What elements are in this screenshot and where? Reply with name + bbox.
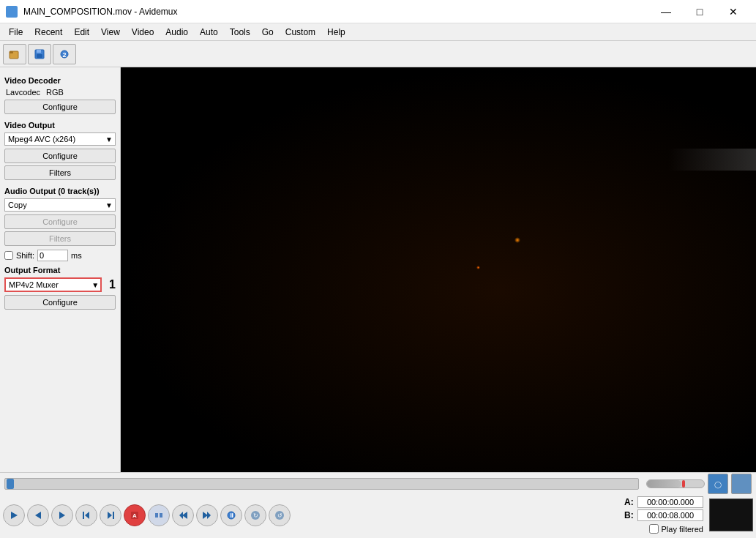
menu-tools[interactable]: Tools bbox=[224, 23, 256, 41]
toolbar-open-button[interactable] bbox=[3, 44, 26, 64]
play-filtered-row: Play filtered bbox=[649, 524, 703, 534]
shift-checkbox[interactable] bbox=[4, 251, 13, 260]
svg-marker-24 bbox=[207, 512, 211, 519]
volume-fill bbox=[647, 480, 681, 487]
audio-filters-button[interactable]: Filters bbox=[4, 231, 116, 246]
svg-marker-13 bbox=[85, 512, 89, 519]
svg-rect-9 bbox=[738, 480, 745, 487]
video-scene bbox=[121, 67, 756, 472]
prev-key-button[interactable]: ↺ bbox=[269, 504, 291, 526]
menu-audio[interactable]: Audio bbox=[160, 23, 194, 41]
forward-button[interactable] bbox=[196, 504, 218, 526]
timeline-thumb[interactable] bbox=[7, 479, 14, 489]
toolbar: 2 bbox=[0, 41, 756, 67]
window-title: MAIN_COMPOSITION.mov - Avidemux bbox=[23, 7, 178, 17]
play-filtered-checkbox[interactable] bbox=[649, 524, 659, 534]
video-light-1 bbox=[514, 237, 520, 243]
svg-rect-16 bbox=[113, 512, 114, 519]
svg-rect-1 bbox=[10, 51, 13, 53]
shift-input[interactable] bbox=[37, 250, 68, 261]
svg-rect-4 bbox=[37, 54, 42, 58]
title-bar: MAIN_COMPOSITION.mov - Avidemux — □ ✕ bbox=[0, 0, 756, 23]
mark-a-button[interactable]: A bbox=[124, 504, 146, 526]
mark-b-button[interactable]: ⏸ bbox=[220, 504, 242, 526]
timeline-track[interactable] bbox=[4, 478, 639, 490]
next-key-button[interactable]: ↻ bbox=[244, 504, 266, 526]
svg-rect-19 bbox=[155, 513, 158, 518]
nav-icon-2[interactable] bbox=[731, 474, 752, 494]
maximize-button[interactable]: □ bbox=[683, 0, 716, 23]
output-configure-button[interactable]: Configure bbox=[4, 295, 116, 310]
video-output-title: Video Output bbox=[4, 121, 116, 130]
svg-marker-21 bbox=[182, 512, 187, 519]
menu-view[interactable]: View bbox=[95, 23, 126, 41]
audio-output-select[interactable]: Copy AAC MP3 AC3 No Audio bbox=[4, 198, 116, 212]
title-bar-left: MAIN_COMPOSITION.mov - Avidemux bbox=[6, 6, 178, 18]
codec-row: Lavcodec RGB bbox=[4, 88, 116, 97]
play-filtered-label: Play filtered bbox=[662, 525, 703, 534]
svg-text:◯: ◯ bbox=[714, 481, 722, 489]
svg-text:A: A bbox=[132, 512, 137, 519]
toolbar-config-button[interactable]: 2 bbox=[53, 44, 76, 64]
play-button[interactable] bbox=[3, 504, 25, 526]
video-output-select-wrapper: Mpeg4 AVC (x264) Copy HEVC (x265) MPEG-2… bbox=[4, 132, 116, 146]
video-filters-button[interactable]: Filters bbox=[4, 165, 116, 180]
toolbar-save-button[interactable] bbox=[28, 44, 51, 64]
svg-text:2: 2 bbox=[62, 51, 66, 59]
menu-video[interactable]: Video bbox=[126, 23, 160, 41]
menu-file[interactable]: File bbox=[3, 23, 29, 41]
prev-frame-button[interactable] bbox=[27, 504, 49, 526]
svg-marker-15 bbox=[108, 512, 112, 519]
shift-row: Shift: ms bbox=[4, 250, 116, 261]
rewind-button[interactable] bbox=[172, 504, 194, 526]
codec-lavcodec-label: Lavcodec bbox=[6, 88, 40, 97]
minimize-button[interactable]: — bbox=[649, 0, 683, 23]
output-format-select[interactable]: MP4v2 Muxer MKV Muxer AVI Muxer MOV Muxe… bbox=[4, 277, 102, 292]
video-configure-button[interactable]: Configure bbox=[4, 149, 116, 163]
skip-forward-button[interactable] bbox=[100, 504, 121, 526]
segment-button[interactable] bbox=[148, 504, 170, 526]
menu-recent[interactable]: Recent bbox=[29, 23, 68, 41]
output-format-number: 1 bbox=[109, 278, 116, 291]
nav-icon-1[interactable]: ◯ bbox=[708, 474, 728, 494]
controls-row: A bbox=[3, 501, 624, 530]
menu-edit[interactable]: Edit bbox=[68, 23, 95, 41]
svg-rect-3 bbox=[37, 50, 41, 53]
output-format-row: MP4v2 Muxer MKV Muxer AVI Muxer MOV Muxe… bbox=[4, 277, 116, 292]
svg-marker-11 bbox=[35, 512, 41, 519]
menu-custom[interactable]: Custom bbox=[280, 23, 321, 41]
menu-auto[interactable]: Auto bbox=[194, 23, 224, 41]
a-point-row: A: 00:00:00.000 bbox=[624, 496, 703, 508]
thumbnail-box bbox=[709, 498, 753, 531]
a-label: A: bbox=[624, 497, 635, 507]
b-time-display: 00:00:08.000 bbox=[637, 509, 703, 521]
volume-bar[interactable] bbox=[646, 479, 705, 488]
video-output-select[interactable]: Mpeg4 AVC (x264) Copy HEVC (x265) MPEG-2 bbox=[4, 132, 116, 146]
menu-help[interactable]: Help bbox=[321, 23, 351, 41]
video-decoder-title: Video Decoder bbox=[4, 76, 116, 85]
bottom-area: ◯ bbox=[0, 472, 756, 538]
video-highlight bbox=[668, 149, 756, 171]
svg-text:↺: ↺ bbox=[277, 512, 282, 519]
skip-back-button[interactable] bbox=[75, 504, 97, 526]
menu-go[interactable]: Go bbox=[256, 23, 280, 41]
video-decoder-configure-button[interactable]: Configure bbox=[4, 100, 116, 114]
codec-rgb-label: RGB bbox=[46, 88, 64, 97]
next-frame-button[interactable] bbox=[51, 504, 73, 526]
svg-marker-10 bbox=[11, 512, 18, 519]
audio-output-title: Audio Output (0 track(s)) bbox=[4, 187, 116, 195]
audio-configure-button[interactable]: Configure bbox=[4, 214, 116, 229]
main-layout: Video Decoder Lavcodec RGB Configure Vid… bbox=[0, 67, 756, 472]
volume-area: ◯ bbox=[646, 474, 752, 494]
a-time-display: 00:00:00.000 bbox=[637, 496, 703, 508]
shift-unit: ms bbox=[71, 251, 82, 260]
output-format-select-wrapper: MP4v2 Muxer MKV Muxer AVI Muxer MOV Muxe… bbox=[4, 277, 102, 292]
svg-rect-20 bbox=[160, 513, 162, 518]
title-bar-controls: — □ ✕ bbox=[649, 0, 750, 23]
b-label: B: bbox=[624, 510, 635, 520]
svg-rect-14 bbox=[83, 512, 84, 519]
close-button[interactable]: ✕ bbox=[716, 0, 750, 23]
svg-text:↻: ↻ bbox=[253, 512, 258, 519]
svg-marker-12 bbox=[59, 512, 65, 519]
svg-marker-23 bbox=[203, 512, 208, 519]
